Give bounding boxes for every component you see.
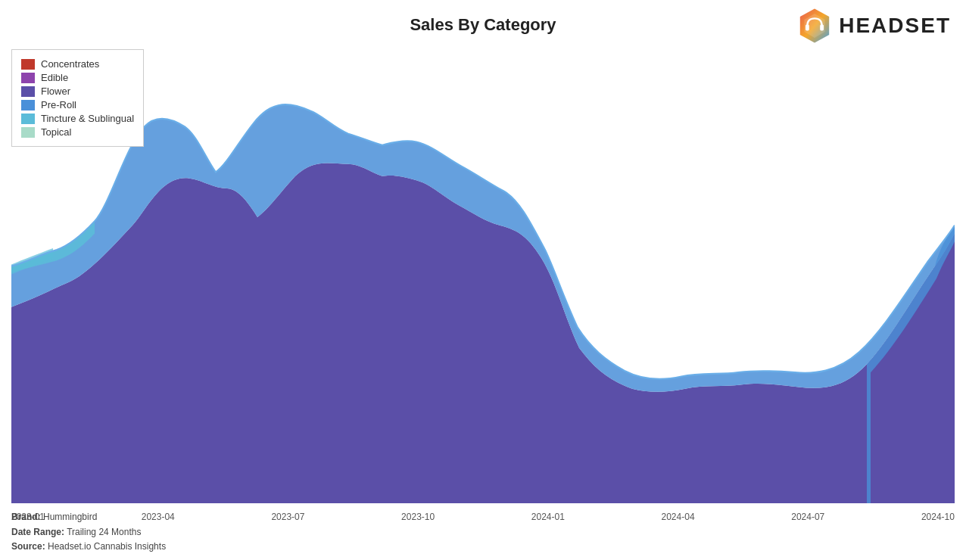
brand-value: Hummingbird (43, 512, 97, 522)
legend: Concentrates Edible Flower Pre-Roll Tinc… (11, 49, 144, 147)
legend-swatch-concentrates (21, 59, 35, 70)
legend-item-tincture: Tincture & Sublingual (21, 113, 134, 124)
date-label: Date Range: (11, 527, 64, 537)
chart-title: Sales By Category (0, 15, 966, 35)
brand-label: Brand: (11, 512, 41, 522)
source-value: Headset.io Cannabis Insights (48, 541, 166, 552)
legend-label-concentrates: Concentrates (41, 58, 99, 70)
footer: Brand: Hummingbird Date Range: Trailing … (11, 510, 166, 554)
legend-label-tincture: Tincture & Sublingual (41, 113, 134, 124)
page: HEADSET Sales By Category Concentrates E… (0, 0, 966, 560)
chart-area (11, 45, 955, 503)
xaxis-label-5: 2024-04 (662, 512, 695, 522)
xaxis-label-3: 2023-10 (401, 512, 435, 522)
xaxis-label-7: 2024-10 (921, 512, 955, 522)
xaxis-label-2: 2023-07 (271, 512, 304, 522)
footer-brand: Brand: Hummingbird (11, 510, 166, 524)
date-value: Trailing 24 Months (67, 527, 141, 537)
legend-item-edible: Edible (21, 72, 134, 83)
legend-swatch-tincture (21, 114, 35, 124)
footer-source: Source: Headset.io Cannabis Insights (11, 540, 166, 554)
legend-swatch-preroll (21, 100, 35, 110)
legend-item-flower: Flower (21, 86, 134, 97)
xaxis-label-4: 2024-01 (531, 512, 565, 522)
legend-label-topical: Topical (41, 126, 71, 138)
legend-item-topical: Topical (21, 126, 134, 138)
chart-svg (11, 45, 955, 503)
legend-swatch-topical (21, 127, 35, 138)
legend-swatch-flower (21, 86, 35, 97)
legend-swatch-edible (21, 73, 35, 83)
xaxis-label-6: 2024-07 (791, 512, 824, 522)
legend-item-preroll: Pre-Roll (21, 99, 134, 110)
legend-label-edible: Edible (41, 72, 68, 83)
footer-daterange: Date Range: Trailing 24 Months (11, 525, 166, 540)
legend-label-preroll: Pre-Roll (41, 99, 76, 110)
legend-item-concentrates: Concentrates (21, 58, 134, 70)
source-label: Source: (11, 541, 45, 552)
legend-label-flower: Flower (41, 86, 70, 97)
